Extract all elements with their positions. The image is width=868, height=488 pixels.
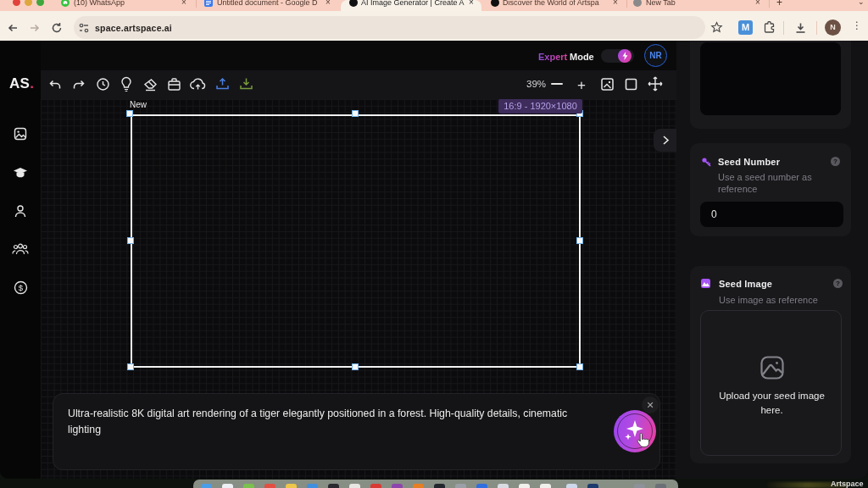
svg-text:$: $ bbox=[19, 283, 24, 292]
